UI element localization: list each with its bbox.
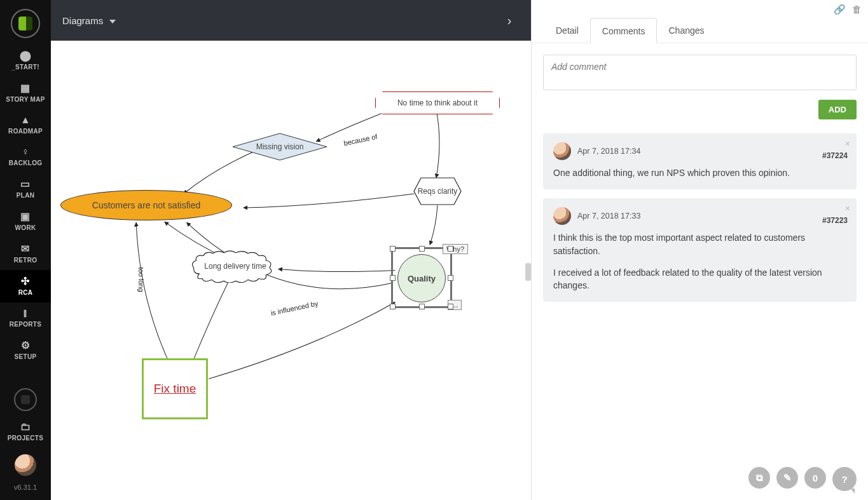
nav-label: WORK <box>15 224 36 231</box>
node-no-time[interactable]: No time to think about it <box>375 91 500 114</box>
node-long-delivery[interactable]: Long delivery time <box>194 253 277 279</box>
trash-icon[interactable]: 🗑 <box>852 4 862 15</box>
resize-handle[interactable] <box>448 304 453 309</box>
nav-label: SETUP <box>15 353 37 360</box>
resize-handle[interactable] <box>448 275 453 281</box>
edge-label-influenced: is influenced by <box>270 299 319 317</box>
nav-label: BACKLOG <box>9 159 43 166</box>
nav-storymap[interactable]: ▦ STORY MAP <box>0 77 51 109</box>
nav-retro[interactable]: ✉ RETRO <box>0 238 51 270</box>
nav-label: ROADMAP <box>8 128 43 135</box>
nav-label: STORY MAP <box>6 96 45 103</box>
tab-changes[interactable]: Changes <box>657 18 715 43</box>
bulb-icon: ♀ <box>0 146 51 158</box>
comment-id: #37223 <box>822 216 848 225</box>
comment-text: I think this is the top most important a… <box>553 231 846 257</box>
comment-date: Apr 7, 2018 17:34 <box>577 147 640 156</box>
chevron-down-icon <box>109 20 116 24</box>
resize-handle[interactable] <box>419 304 425 309</box>
resize-handle[interactable] <box>390 275 396 281</box>
comment-card: × #37223 Apr 7, 2018 17:33 I think this … <box>543 198 857 302</box>
app-version: v6.31.1 <box>14 483 37 491</box>
comment-body: One additional thing, we run NPS which p… <box>553 166 846 179</box>
nav-backlog[interactable]: ♀ BACKLOG <box>0 141 51 173</box>
node-label: No time to think about it <box>397 98 478 107</box>
node-missing-vision[interactable]: Missing vision <box>232 133 327 161</box>
floating-action-row: ⧉ ✎ 0 ? <box>748 467 857 491</box>
node-label: Quality <box>408 274 436 283</box>
tab-comments[interactable]: Comments <box>590 18 658 43</box>
nav-start[interactable]: ⬤ _START! <box>0 44 51 77</box>
grid-icon: ▦ <box>0 82 51 94</box>
resize-handle[interactable] <box>390 246 396 252</box>
edge-label-too-long: too long <box>137 267 145 292</box>
comment-input[interactable] <box>543 55 857 90</box>
nav-label: RETRO <box>14 257 38 264</box>
comment-text: One additional thing, we run NPS which p… <box>553 166 846 179</box>
nav-plan[interactable]: ▭ PLAN <box>0 173 51 205</box>
count-label: 0 <box>813 473 818 483</box>
pencil-icon: ✎ <box>783 472 792 483</box>
resize-handle[interactable] <box>390 304 396 309</box>
node-customers-not-satisfied[interactable]: Customers are not satisfied <box>60 190 232 220</box>
comment-body: I think this is the top most important a… <box>553 231 846 292</box>
add-comment-button[interactable]: ADD <box>818 100 857 119</box>
current-user-avatar[interactable] <box>15 454 36 476</box>
nav-label: RCA <box>18 289 33 296</box>
node-fix-time[interactable]: Fix time <box>142 358 208 419</box>
collapse-right-panel-button[interactable]: › <box>499 10 520 30</box>
resize-handle[interactable] <box>419 246 425 252</box>
chevron-right-icon: › <box>507 13 512 28</box>
share-icon: ✣ <box>0 275 51 287</box>
start-icon: ⬤ <box>0 50 51 62</box>
avatar <box>553 142 571 160</box>
link-icon[interactable]: 🔗 <box>834 4 846 15</box>
tab-detail[interactable]: Detail <box>544 18 590 43</box>
resize-handle[interactable] <box>448 246 453 252</box>
node-label: Long delivery time <box>204 262 266 271</box>
nav-label: PLAN <box>17 192 34 199</box>
copy-icon: ⧉ <box>756 472 763 483</box>
secondary-logo[interactable] <box>14 388 37 411</box>
help-icon: ? <box>841 474 847 485</box>
diagram-canvas[interactable]: No time to think about it Missing vision… <box>51 41 531 500</box>
node-quality[interactable]: Quality <box>397 254 446 302</box>
calendar-icon: ▭ <box>0 178 51 190</box>
briefcase-icon: ▣ <box>0 210 51 222</box>
comment-date: Apr 7, 2018 17:33 <box>577 212 640 220</box>
edit-fab[interactable]: ✎ <box>776 467 798 489</box>
chat-icon: ✉ <box>0 243 51 255</box>
node-quality-selected[interactable]: Quality Why? … <box>391 247 452 308</box>
copy-fab[interactable]: ⧉ <box>748 467 770 489</box>
avatar <box>553 207 571 225</box>
help-fab[interactable]: ? <box>832 467 857 491</box>
nav-projects[interactable]: 🗀 PROJECTS <box>0 416 51 448</box>
panel-tabs: Detail Comments Changes <box>532 18 868 43</box>
scrollbar-thumb[interactable] <box>525 263 531 281</box>
nav-rca[interactable]: ✣ RCA <box>0 270 51 302</box>
nav-roadmap[interactable]: ▲ ROADMAP <box>0 109 51 141</box>
comment-text: I received a lot of feedback related to … <box>553 266 846 292</box>
logo[interactable] <box>11 9 40 38</box>
close-icon[interactable]: × <box>845 203 850 213</box>
folder-icon: 🗀 <box>0 421 51 433</box>
node-reqs-clarity[interactable]: Reqs clarity <box>413 177 462 205</box>
gear-icon: ⚙ <box>0 339 51 351</box>
topbar-title-text: Diagrams <box>62 15 103 26</box>
details-panel: 🔗 🗑 Detail Comments Changes ADD × #37224… <box>531 0 868 500</box>
diagrams-dropdown[interactable]: Diagrams <box>62 15 116 26</box>
nav-setup[interactable]: ⚙ SETUP <box>0 334 51 367</box>
topbar: Diagrams › <box>51 0 531 41</box>
close-icon[interactable]: × <box>845 139 850 149</box>
nav-work[interactable]: ▣ WORK <box>0 205 51 238</box>
node-label: Customers are not satisfied <box>92 200 200 210</box>
node-label: Reqs clarity <box>418 187 458 196</box>
sidebar: ⬤ _START! ▦ STORY MAP ▲ ROADMAP ♀ BACKLO… <box>0 0 51 500</box>
count-fab[interactable]: 0 <box>804 467 826 489</box>
node-label: Missing vision <box>256 142 304 151</box>
why-chip[interactable]: Why? <box>443 244 468 254</box>
nav-reports[interactable]: ⫿ REPORTS <box>0 302 51 334</box>
comment-card: × #37224 Apr 7, 2018 17:34 One additiona… <box>543 133 857 189</box>
road-icon: ▲ <box>0 114 51 126</box>
node-label: Fix time <box>154 382 196 396</box>
